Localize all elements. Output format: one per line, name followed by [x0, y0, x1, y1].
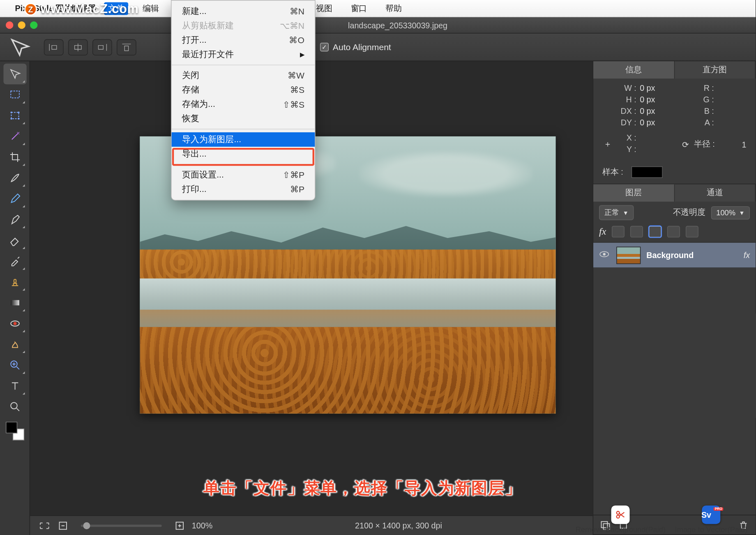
menu-item-save-as[interactable]: 存储为...⇧⌘S	[172, 97, 315, 111]
svg-point-8	[13, 322, 16, 325]
rect-select-tool[interactable]	[3, 84, 26, 105]
svg-point-2	[10, 111, 12, 113]
svg-point-5	[18, 118, 19, 120]
mask-btn-4[interactable]	[667, 226, 680, 238]
tool-column	[0, 61, 30, 535]
menu-window[interactable]: 窗口	[347, 2, 371, 15]
zoom-in-button[interactable]	[173, 520, 186, 531]
menu-item-export[interactable]: 导出...	[172, 147, 315, 161]
info-a	[717, 118, 746, 127]
transform-tool[interactable]	[3, 105, 26, 126]
move-tool-indicator-icon	[8, 37, 31, 57]
mask-btn-5[interactable]	[686, 226, 698, 238]
info-w: 0 px	[640, 83, 668, 92]
text-tool[interactable]	[3, 376, 26, 397]
auto-alignment-checkbox[interactable]: ✓ Auto Alignment	[320, 42, 391, 52]
checkmark-icon: ✓	[320, 43, 329, 51]
align-left-button[interactable]	[44, 39, 64, 55]
close-window-icon[interactable]	[6, 21, 13, 29]
info-dy: 0 px	[640, 118, 668, 127]
svg-rect-1	[11, 112, 18, 118]
magnifier-tool[interactable]	[3, 397, 26, 417]
smudge-tool[interactable]	[3, 334, 26, 355]
sample-swatch[interactable]	[631, 166, 662, 178]
opacity-dropdown[interactable]: 100%▼	[711, 206, 750, 219]
remove-bg-label: Remove Background(Paid)	[576, 525, 666, 534]
sv-icon: Sv	[702, 505, 720, 524]
right-panels: 信息 直方图 W :0 px H :0 px DX :0 px DY :0 px	[593, 61, 756, 535]
mask-btn-2[interactable]	[630, 226, 643, 238]
svg-point-12	[603, 253, 606, 255]
menu-item-new[interactable]: 新建...⌘N	[172, 4, 315, 18]
menu-edit[interactable]: 编辑	[139, 2, 163, 15]
pen-tool[interactable]	[3, 209, 26, 230]
svg-rect-6	[11, 300, 19, 305]
pencil-tool[interactable]	[3, 188, 26, 209]
mask-btn-1[interactable]	[612, 226, 625, 238]
menu-item-open[interactable]: 打开...⌘O	[172, 33, 315, 47]
layer-row[interactable]: Background fx	[593, 243, 756, 268]
menu-view[interactable]: 视图	[312, 2, 336, 15]
menu-item-new-from-clipboard[interactable]: 从剪贴板新建⌥⌘N	[172, 18, 315, 33]
menu-item-revert[interactable]: 恢复	[172, 111, 315, 126]
remove-background-paid[interactable]: Remove Background(Paid)	[576, 505, 666, 534]
menu-item-save[interactable]: 存储⌘S	[172, 83, 315, 97]
angle-icon: ⟳	[680, 140, 691, 149]
redeye-tool[interactable]	[3, 313, 26, 334]
zoom-slider[interactable]	[81, 524, 162, 527]
stamp-tool[interactable]	[3, 272, 26, 293]
fit-screen-button[interactable]	[38, 520, 51, 531]
tab-channels[interactable]: 通道	[675, 184, 756, 202]
layer-thumbnail	[616, 247, 641, 264]
submenu-arrow-icon: ▶	[300, 51, 304, 58]
info-g	[717, 95, 746, 104]
watermark-overlay: Zwww.MacZ.com	[24, 2, 139, 17]
move-tool[interactable]	[3, 64, 26, 85]
svg-point-3	[18, 111, 19, 113]
svg-point-10	[11, 403, 17, 409]
app-window: landscape_205330039.jpeg ✓ Auto Alignmen…	[0, 17, 756, 535]
info-r	[717, 83, 746, 92]
tab-info[interactable]: 信息	[593, 61, 675, 78]
info-b	[717, 106, 746, 115]
options-bar: ✓ Auto Alignment	[0, 34, 756, 61]
eyedropper-tool[interactable]	[3, 251, 26, 272]
plus-icon[interactable]: ＋	[602, 139, 613, 150]
menu-item-import-as-layer[interactable]: 导入为新图层...	[172, 132, 315, 147]
image-to-vector-paid[interactable]: Sv Image to Vector(Paid)	[675, 505, 748, 534]
auto-alignment-label: Auto Alignment	[333, 42, 391, 52]
layer-name[interactable]: Background	[646, 251, 738, 260]
gradient-tool[interactable]	[3, 292, 26, 313]
menu-item-page-setup[interactable]: 页面设置...⇧⌘P	[172, 168, 315, 182]
zoom-tool[interactable]	[3, 355, 26, 376]
zoom-window-icon[interactable]	[30, 21, 37, 29]
menu-item-close[interactable]: 关闭⌘W	[172, 68, 315, 83]
blend-mode-dropdown[interactable]: 正常▼	[599, 205, 634, 220]
menu-item-recent[interactable]: 最近打开文件▶	[172, 47, 315, 62]
sample-label: 样本 :	[602, 167, 623, 177]
document-title: landscape_205330039.jpeg	[46, 21, 750, 30]
zoom-value: 100%	[192, 521, 212, 530]
menu-help[interactable]: 帮助	[381, 2, 406, 15]
info-panel: 信息 直方图 W :0 px H :0 px DX :0 px DY :0 px	[593, 61, 756, 184]
minimize-window-icon[interactable]	[18, 21, 25, 29]
align-top-button[interactable]	[117, 39, 136, 55]
magic-wand-tool[interactable]	[3, 126, 26, 147]
menu-item-print[interactable]: 打印...⌘P	[172, 182, 315, 196]
brush-tool[interactable]	[3, 168, 26, 189]
info-h: 0 px	[640, 95, 668, 104]
window-titlebar: landscape_205330039.jpeg	[0, 17, 756, 33]
visibility-eye-icon[interactable]	[599, 250, 611, 260]
fx-icon[interactable]: fx	[599, 226, 606, 238]
align-center-h-button[interactable]	[68, 39, 88, 55]
eraser-tool[interactable]	[3, 230, 26, 251]
file-menu-dropdown: 新建...⌘N 从剪贴板新建⌥⌘N 打开...⌘O 最近打开文件▶ 关闭⌘W 存…	[171, 0, 316, 201]
align-right-button[interactable]	[92, 39, 112, 55]
color-swatches[interactable]	[3, 417, 26, 445]
zoom-out-button[interactable]	[57, 520, 69, 531]
layer-fx-icon[interactable]: fx	[744, 251, 750, 260]
tab-layers[interactable]: 图层	[593, 184, 675, 202]
tab-histogram[interactable]: 直方图	[675, 61, 756, 78]
crop-tool[interactable]	[3, 147, 26, 168]
mask-btn-3[interactable]	[649, 226, 662, 238]
